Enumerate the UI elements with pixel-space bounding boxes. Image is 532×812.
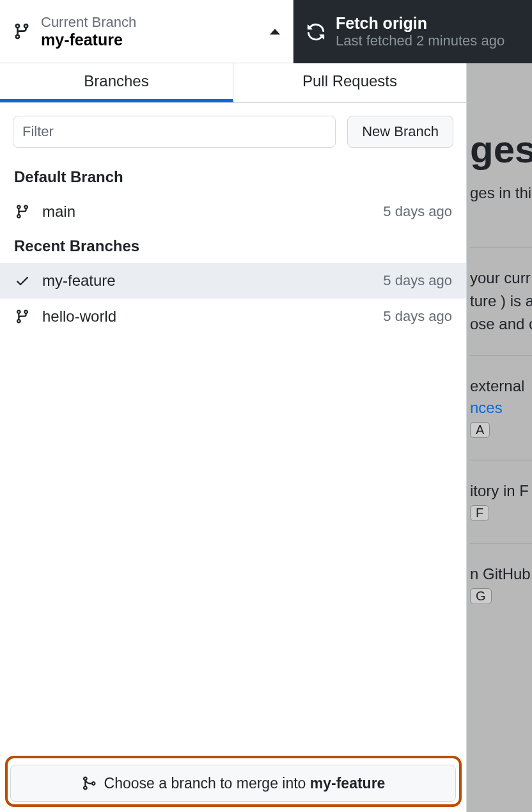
bg-text-fragment: itory in F F	[470, 460, 532, 543]
toolbar: Current Branch my-feature Fetch origin L…	[0, 0, 532, 63]
filter-row: New Branch	[0, 103, 466, 160]
current-branch-label: Current Branch	[41, 14, 260, 31]
branch-row-hello-world[interactable]: hello-world 5 days ago	[0, 299, 466, 334]
filter-input[interactable]	[13, 116, 336, 148]
merge-footer: Choose a branch to merge into my-feature	[0, 754, 466, 812]
branch-name: hello-world	[42, 308, 372, 325]
bg-text-fragment: your curr ture ) is a ose and c	[470, 247, 532, 355]
git-branch-icon	[14, 204, 31, 219]
tab-pull-requests[interactable]: Pull Requests	[233, 63, 466, 102]
fetch-origin-sublabel: Last fetched 2 minutes ago	[336, 33, 519, 49]
tab-branches[interactable]: Branches	[0, 63, 233, 102]
merge-into-button[interactable]: Choose a branch to merge into my-feature	[10, 765, 456, 802]
git-branch-icon	[13, 22, 31, 40]
new-branch-button[interactable]: New Branch	[347, 116, 453, 148]
sync-icon	[306, 22, 325, 42]
current-branch-button[interactable]: Current Branch my-feature	[0, 0, 293, 63]
branch-row-main[interactable]: main 5 days ago	[0, 194, 466, 230]
branch-time: 5 days ago	[383, 203, 452, 220]
fetch-origin-button[interactable]: Fetch origin Last fetched 2 minutes ago	[293, 0, 532, 63]
current-branch-value: my-feature	[41, 31, 260, 49]
git-merge-icon	[81, 776, 97, 791]
bg-text-fragment: external nces A	[470, 355, 532, 460]
branch-time: 5 days ago	[383, 308, 452, 325]
default-branch-heading: Default Branch	[0, 160, 466, 194]
branch-list: Default Branch main 5 days ago Recent Br…	[0, 160, 466, 754]
branch-row-my-feature[interactable]: my-feature 5 days ago	[0, 263, 466, 299]
branch-name: main	[42, 203, 372, 221]
caret-up-icon	[270, 29, 280, 35]
panel-tabs: Branches Pull Requests	[0, 63, 466, 103]
check-icon	[14, 273, 31, 288]
branch-time: 5 days ago	[383, 272, 452, 289]
git-branch-icon	[14, 309, 31, 324]
fetch-origin-label: Fetch origin	[336, 14, 519, 33]
merge-button-text: Choose a branch to merge into my-feature	[104, 775, 386, 792]
branch-name: my-feature	[42, 272, 372, 290]
bg-text-fragment: ges in this	[470, 171, 532, 247]
bg-heading-fragment: ges	[470, 63, 532, 171]
bg-text-fragment: n GitHub G	[470, 543, 532, 626]
branch-dropdown-panel: Branches Pull Requests New Branch Defaul…	[0, 63, 467, 812]
recent-branches-heading: Recent Branches	[0, 230, 466, 263]
